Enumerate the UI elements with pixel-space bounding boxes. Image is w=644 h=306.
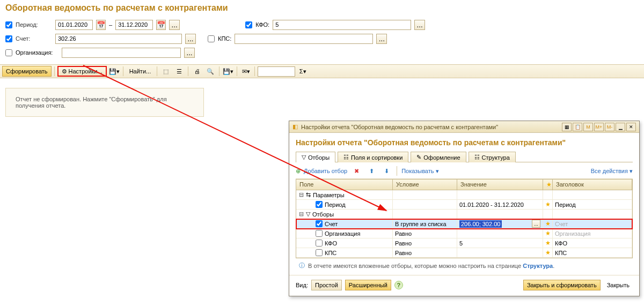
row-period-check[interactable] — [316, 201, 323, 208]
funnel-icon: ▽ — [302, 154, 306, 161]
row-period: Период: 📅 – 📅 ... КФО: ... — [5, 18, 639, 31]
period-label: Период: — [16, 21, 52, 28]
save-settings-icon[interactable]: 💾▾ — [108, 66, 120, 77]
account-checkbox[interactable] — [5, 35, 12, 42]
period-to-input[interactable] — [115, 20, 153, 30]
kps-dots-button[interactable]: ... — [376, 34, 387, 44]
value-dots-button[interactable]: ... — [532, 220, 540, 228]
all-actions-dropdown[interactable]: Все действия ▾ — [591, 168, 633, 175]
group-filters[interactable]: ⊟▽Отборы — [296, 210, 632, 219]
row-account-check[interactable] — [316, 220, 323, 227]
col-field[interactable]: Поле — [296, 180, 393, 190]
tree-icon: ☷ — [474, 154, 480, 161]
tab-fields[interactable]: ☷Поля и сортировки — [338, 152, 408, 162]
print-icon[interactable]: 🖨 — [191, 66, 203, 77]
account-dots-button[interactable]: ... — [185, 34, 196, 44]
dialog-titlebar[interactable]: ◧ Настройки отчета "Оборотная ведомость … — [289, 121, 639, 133]
calendar-from-icon[interactable]: 📅 — [96, 20, 106, 30]
page-title: Оборотная ведомость по расчетам с контра… — [0, 0, 644, 16]
mail-icon[interactable]: ✉▾ — [240, 66, 252, 77]
period-checkbox[interactable] — [5, 21, 12, 28]
account-input[interactable] — [55, 34, 182, 44]
account-value-selection[interactable]: 206.00; 302.00 — [459, 220, 502, 228]
calc-icon[interactable]: 📋 — [573, 123, 582, 131]
report-params: Период: 📅 – 📅 ... КФО: ... Счет: ... КПС… — [0, 16, 644, 62]
separator — [237, 66, 237, 76]
info-icon: ⓘ — [299, 262, 305, 270]
kfo-label: КФО: — [255, 21, 269, 28]
row-kps-check[interactable] — [316, 249, 323, 256]
save-icon[interactable]: 💾▾ — [222, 66, 234, 77]
separator — [54, 66, 55, 76]
separator — [123, 66, 123, 76]
sigma-icon[interactable]: Σ▾ — [297, 66, 309, 77]
org-checkbox[interactable] — [5, 49, 12, 56]
tab-structure[interactable]: ☷Структура — [469, 152, 516, 162]
kfo-input[interactable] — [273, 20, 411, 30]
row-account[interactable]: Счет В группе из списка 206.00; 302.00..… — [296, 219, 632, 229]
close-button[interactable]: Закрыть — [604, 280, 633, 290]
org-input[interactable] — [62, 48, 181, 58]
period-dots-button[interactable]: ... — [169, 20, 180, 30]
view-extended-button[interactable]: Расширенный — [345, 280, 391, 290]
generate-button[interactable]: Сформировать — [2, 66, 52, 77]
settings-button[interactable]: ⚙ Настройки... — [57, 66, 107, 77]
add-filter-button[interactable]: Добавить отбор — [304, 168, 347, 174]
sum-input[interactable] — [258, 66, 295, 77]
calc-ce-icon[interactable]: ▦ — [562, 123, 572, 131]
collapse-all-icon[interactable]: ☰ — [173, 66, 185, 77]
help-icon[interactable]: ? — [394, 281, 403, 289]
preview-icon[interactable]: 🔍 — [204, 66, 216, 77]
row-org: Организация: ... — [5, 46, 639, 59]
kfo-checkbox[interactable] — [245, 21, 252, 28]
filters-grid: Поле Условие Значение ★ Заголовок ⊟⇆Пара… — [296, 179, 633, 258]
add-icon: ⊕ — [296, 168, 301, 175]
kps-input[interactable] — [235, 34, 373, 44]
col-condition[interactable]: Условие — [393, 180, 457, 190]
move-down-icon[interactable]: ⬇ — [380, 166, 392, 176]
kfo-dots-button[interactable]: ... — [414, 20, 425, 30]
col-title[interactable]: Заголовок — [553, 180, 632, 190]
filter-toolbar: ⊕ Добавить отбор ✖ ⬆ ⬇ Показывать ▾ Все … — [296, 162, 633, 179]
calendar-to-icon[interactable]: 📅 — [156, 20, 166, 30]
m-plus-button[interactable]: M+ — [594, 123, 604, 131]
minimize-icon[interactable]: ▁ — [616, 123, 625, 131]
structure-link[interactable]: Структура — [523, 263, 553, 269]
period-dash: – — [109, 21, 112, 28]
org-label: Организация: — [16, 49, 58, 56]
close-and-generate-button[interactable]: Закрыть и сформировать — [523, 280, 601, 290]
org-dots-button[interactable]: ... — [184, 48, 195, 58]
tab-filters[interactable]: ▽Отборы — [296, 152, 335, 162]
col-value[interactable]: Значение — [457, 180, 543, 190]
m-button[interactable]: M — [583, 123, 593, 131]
row-period[interactable]: Период 01.01.2020 - 31.12.2020 ★ Период — [296, 200, 632, 210]
row-org-check[interactable] — [316, 230, 323, 237]
dialog-heading: Настройки отчета "Оборотная ведомость по… — [296, 138, 633, 147]
row-kfo[interactable]: КФО Равно 5 ★ КФО — [296, 238, 632, 248]
gear-icon: ⚙ — [62, 68, 67, 75]
close-icon[interactable]: ✕ — [626, 123, 636, 131]
account-label: Счет: — [16, 35, 52, 42]
grid-header: Поле Условие Значение ★ Заголовок — [296, 180, 632, 190]
expand-all-icon[interactable]: ⬚ — [160, 66, 172, 77]
col-star: ★ — [543, 180, 553, 190]
dialog-footer: Вид: Простой Расширенный ? Закрыть и сфо… — [289, 275, 639, 296]
row-org[interactable]: Организация Равно ★ Организация — [296, 229, 632, 238]
show-dropdown[interactable]: Показывать ▾ — [401, 168, 438, 175]
period-from-input[interactable] — [55, 20, 93, 30]
m-minus-button[interactable]: M- — [605, 123, 614, 131]
dialog-title: Настройки отчета "Оборотная ведомость по… — [301, 124, 559, 130]
row-kfo-check[interactable] — [316, 240, 323, 247]
params-group-icon: ⇆ — [306, 191, 311, 198]
find-button[interactable]: Найти... — [126, 66, 155, 77]
info-note: ⓘ В отчете имеются вложенные отборы, кот… — [296, 258, 633, 270]
funnel-icon: ▽ — [306, 211, 310, 218]
row-kps[interactable]: КПС Равно ★ КПС — [296, 248, 632, 258]
view-simple-button[interactable]: Простой — [311, 280, 342, 290]
move-up-icon[interactable]: ⬆ — [365, 166, 377, 176]
tab-design[interactable]: ✎Оформление — [411, 152, 466, 162]
kps-checkbox[interactable] — [208, 35, 215, 42]
info-message: Отчет не сформирован. Нажмите "Сформиров… — [5, 88, 204, 117]
delete-icon[interactable]: ✖ — [350, 166, 362, 176]
group-params[interactable]: ⊟⇆Параметры — [296, 190, 632, 200]
